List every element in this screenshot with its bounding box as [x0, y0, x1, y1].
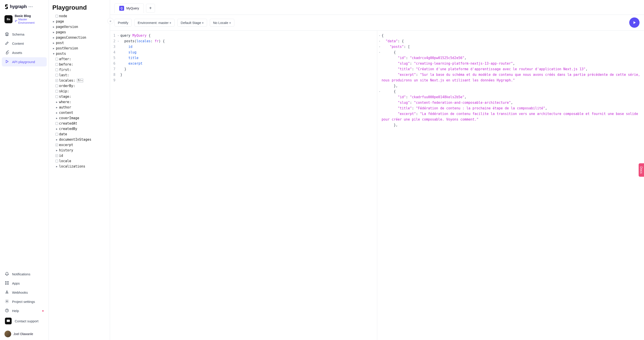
tree-label: orderBy:: [59, 84, 75, 88]
tree-item-orderBy[interactable]: orderBy:: [52, 83, 106, 88]
prettify-button[interactable]: Prettify: [114, 19, 132, 26]
tree-item-author[interactable]: ▶author: [52, 105, 106, 110]
tree-item-documentInStages[interactable]: ▶documentInStages: [52, 137, 106, 142]
caret-icon: ▶: [56, 138, 58, 141]
tree-item-postVersion[interactable]: ▶postVersion: [52, 46, 106, 51]
tab-myquery[interactable]: Q MyQuery: [114, 3, 144, 13]
brand-name: hygraph: [10, 4, 26, 9]
tree-item-page[interactable]: ▶page: [52, 19, 106, 24]
sidebar-item-help[interactable]: Help: [2, 306, 47, 316]
tree-label: id: [59, 154, 63, 158]
more-icon[interactable]: •••: [28, 5, 33, 8]
sidebar-item-api-playground[interactable]: API playground: [2, 57, 47, 66]
tree-item-first[interactable]: first:: [52, 67, 106, 72]
tree-item-locales[interactable]: locales:fr ▾: [52, 78, 106, 83]
checkbox-icon[interactable]: [56, 15, 58, 18]
brand-logo[interactable]: hygraph: [4, 4, 26, 9]
checkbox-icon[interactable]: [56, 68, 58, 71]
stage-select[interactable]: Default Stage◆: [177, 19, 207, 26]
svg-point-4: [6, 292, 6, 294]
checkbox-icon[interactable]: [56, 160, 58, 162]
line-number: 9: [110, 78, 118, 83]
checkbox-icon[interactable]: [56, 63, 58, 66]
user-row[interactable]: Joel Olawanle: [0, 328, 48, 340]
fold-icon[interactable]: ▾: [377, 89, 382, 94]
tree-item-date[interactable]: date: [52, 132, 106, 137]
tree-label: documentInStages: [59, 138, 92, 142]
tree-item-pagesConnection[interactable]: ▶pagesConnection: [52, 35, 106, 40]
checkbox-icon[interactable]: [56, 133, 58, 136]
tree-label: after:: [59, 57, 71, 61]
nav-label: Help: [12, 309, 19, 313]
sidebar-item-webhooks[interactable]: Webhooks: [2, 288, 47, 297]
locale-value-select[interactable]: fr ▾: [77, 79, 83, 82]
notification-dot: [42, 310, 44, 312]
checkbox-icon[interactable]: [56, 58, 58, 60]
collapse-explorer-button[interactable]: «: [107, 18, 114, 24]
sidebar-item-apps[interactable]: Apps: [2, 279, 47, 288]
tree-item-last[interactable]: last:: [52, 72, 106, 78]
checkbox-icon[interactable]: [56, 154, 58, 157]
fold-icon: [377, 83, 382, 89]
tree-item-node[interactable]: node: [52, 14, 106, 19]
sidebar-item-content[interactable]: Content: [2, 39, 47, 48]
sidebar-item-notifications[interactable]: Notifications: [2, 270, 47, 279]
line-number: 3: [110, 44, 118, 50]
sidebar-item-schema[interactable]: Schema: [2, 30, 47, 39]
tree-label: stage:: [59, 94, 71, 99]
project-selector[interactable]: Ba Basic Blog Master Environment: [2, 12, 47, 26]
tree-item-createdBy[interactable]: ▶createdBy: [52, 126, 106, 132]
tree-item-where[interactable]: ▶where:: [52, 99, 106, 105]
checkbox-icon[interactable]: [56, 74, 58, 76]
checkbox-icon[interactable]: [56, 122, 58, 125]
tree-item-post[interactable]: ▶post: [52, 40, 106, 46]
fold-icon[interactable]: ▾: [377, 33, 382, 38]
tree-label: locales:: [59, 78, 75, 82]
tree-item-after[interactable]: after:: [52, 56, 106, 62]
nav-label: Apps: [12, 282, 20, 285]
tree-item-pages[interactable]: ▶pages: [52, 30, 106, 35]
checkbox-icon[interactable]: [56, 84, 58, 87]
tree-label: localizations: [59, 164, 85, 168]
environment-select[interactable]: Environment: master◆: [134, 19, 175, 26]
tree-label: coverImage: [59, 116, 79, 120]
tree-item-before[interactable]: before:: [52, 62, 106, 67]
tree-item-stage[interactable]: stage:: [52, 94, 106, 99]
fold-icon[interactable]: ▾: [377, 38, 382, 44]
result-viewer[interactable]: ▾{▾ "data": {▾ "posts": [▾ { "id": "ckad…: [377, 31, 644, 340]
checkbox-icon[interactable]: [56, 79, 58, 82]
fold-icon[interactable]: ▾: [118, 33, 120, 38]
tree-item-locale[interactable]: locale: [52, 158, 106, 164]
tree-item-history[interactable]: ▶history: [52, 148, 106, 153]
query-editor[interactable]: 1▾query MyQuery {2▾ posts(locales: fr) {…: [110, 31, 377, 340]
fold-icon: [377, 106, 382, 111]
chevron-down-icon: ◆: [229, 22, 231, 24]
sidebar-item-assets[interactable]: Assets: [2, 48, 47, 57]
tree-label: content: [59, 111, 73, 115]
fold-icon[interactable]: ▾: [377, 50, 382, 55]
sidebar-item-contact-support[interactable]: Contact support: [2, 316, 47, 326]
query-tabs: Q MyQuery +: [110, 0, 644, 15]
checkbox-icon[interactable]: [56, 95, 58, 98]
tree-item-posts[interactable]: ▼posts: [52, 51, 106, 56]
tree-item-content[interactable]: ▶content: [52, 110, 106, 116]
tree-label: pagesConnection: [56, 36, 86, 40]
checkbox-icon[interactable]: [56, 90, 58, 92]
tree-item-coverImage[interactable]: ▶coverImage: [52, 116, 106, 121]
fold-icon[interactable]: ▾: [377, 44, 382, 50]
tree-item-skip[interactable]: skip:: [52, 88, 106, 94]
tree-item-localizations[interactable]: ▶localizations: [52, 164, 106, 169]
tree-item-id[interactable]: id: [52, 153, 106, 158]
docs-tab[interactable]: Docs: [639, 163, 644, 177]
run-query-button[interactable]: [629, 18, 640, 28]
fold-icon[interactable]: ▾: [118, 38, 120, 44]
tree-item-excerpt[interactable]: excerpt: [52, 142, 106, 148]
tree-item-pageVersion[interactable]: ▶pageVersion: [52, 24, 106, 30]
sidebar-item-project-settings[interactable]: Project settings: [2, 297, 47, 306]
locale-select[interactable]: No Locale◆: [210, 19, 234, 26]
nav-label: API playground: [12, 60, 35, 64]
checkbox-icon[interactable]: [56, 144, 58, 146]
add-tab-button[interactable]: +: [146, 4, 155, 13]
grid-icon: [5, 281, 9, 286]
tree-item-createdAt[interactable]: createdAt: [52, 121, 106, 126]
